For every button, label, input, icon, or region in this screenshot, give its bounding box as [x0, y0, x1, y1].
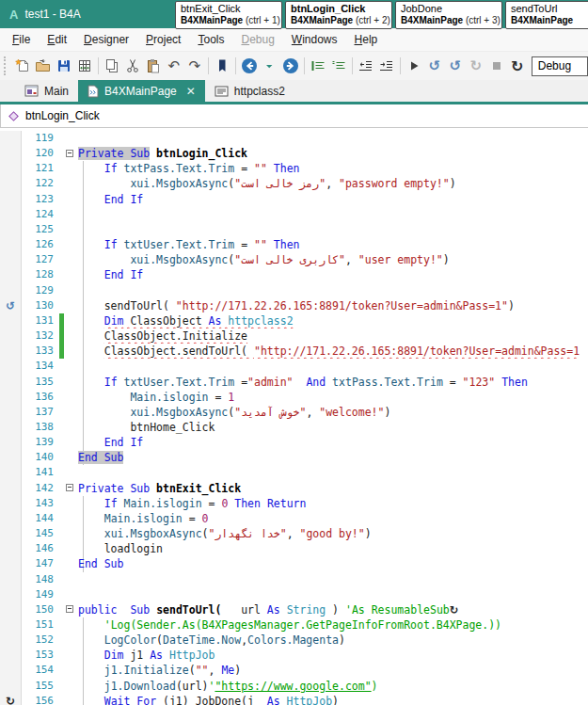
quick-tab-JobDone[interactable]: JobDoneB4XMainPage (ctrl + 3) [395, 1, 502, 29]
breakpoint-margin[interactable] [0, 237, 22, 252]
code-line-137[interactable]: 137 xui.MsgboxAsync("خوش آمدید", "welcom… [0, 405, 588, 420]
menu-project[interactable]: Project [137, 30, 189, 49]
breakpoint-margin[interactable] [0, 602, 22, 617]
bookmark-icon[interactable] [212, 56, 232, 76]
step-over-icon[interactable]: ↺ [445, 56, 466, 76]
breakpoint-margin[interactable] [0, 390, 22, 405]
tab-b4xmainpage[interactable]: B4XMainPage✕ [78, 80, 205, 102]
menu-windows[interactable]: Windows [283, 30, 346, 49]
code-line-128[interactable]: 128 End If [0, 267, 588, 282]
code-line-141[interactable]: 141 [0, 465, 588, 480]
code-line-140[interactable]: 140End Sub [0, 450, 588, 465]
breakpoint-margin[interactable] [0, 496, 22, 511]
code-line-127[interactable]: 127 xui.MsgboxAsync("کاربری خالی است", "… [0, 252, 588, 267]
copy-icon[interactable] [102, 56, 122, 76]
code-line-126[interactable]: 126 If txtUser.Text.Trim = "" Then [0, 237, 588, 252]
breakpoint-margin[interactable] [0, 252, 22, 267]
indent-icon[interactable] [376, 56, 397, 76]
code-editor[interactable]: 119120Private Sub btnLogin_Click121 If t… [0, 128, 588, 705]
breakpoint-margin[interactable] [0, 481, 22, 496]
code-line-125[interactable]: 125 [0, 222, 588, 237]
breakpoint-margin[interactable] [0, 176, 22, 191]
resume-marker-icon[interactable]: ↻ [0, 694, 22, 705]
breakpoint-margin[interactable] [0, 146, 22, 161]
code-line-120[interactable]: 120Private Sub btnLogin_Click [0, 146, 588, 161]
step-marker-icon[interactable]: ↺ [0, 298, 22, 313]
code-line-123[interactable]: 123 End If [0, 192, 588, 207]
code-line-119[interactable]: 119 [0, 131, 588, 146]
menu-help[interactable]: Help [346, 30, 387, 49]
fold-collapse-box[interactable] [64, 146, 78, 161]
code-line-145[interactable]: 145 xui.MsgboxAsync("خدا نگهدار", "good … [0, 526, 588, 541]
restart-icon[interactable]: ↻ [507, 56, 528, 76]
redo-icon[interactable]: ↷ [184, 56, 205, 76]
code-line-121[interactable]: 121 If txtPass.Text.Trim = "" Then [0, 161, 588, 176]
back-icon[interactable] [239, 56, 260, 76]
code-line-133[interactable]: 133 ClassObject.sendToUrl( "http://171.2… [0, 344, 588, 359]
fold-collapse-box[interactable] [64, 481, 78, 496]
code-line-150[interactable]: 150public Sub sendToUrl( url As String )… [0, 602, 588, 617]
quick-tab-btnLogin_Click[interactable]: btnLogin_ClickB4XMainPage (ctrl + 2) [285, 1, 392, 29]
code-line-149[interactable]: 149 [0, 587, 588, 602]
build-configuration-select[interactable]: Debug [532, 56, 588, 76]
breakpoint-margin[interactable] [0, 663, 22, 678]
menu-edit[interactable]: Edit [39, 30, 75, 49]
run-icon[interactable] [404, 56, 424, 76]
comment-icon[interactable] [308, 56, 328, 76]
breakpoint-margin[interactable] [0, 679, 22, 694]
step-out-icon[interactable]: ↻ [466, 56, 486, 76]
code-line-131[interactable]: 131 Dim ClassObject As httpclass2 [0, 313, 588, 328]
code-line-124[interactable]: 124 [0, 207, 588, 222]
breakpoint-margin[interactable] [0, 420, 22, 435]
breakpoint-margin[interactable] [0, 161, 22, 176]
code-line-153[interactable]: 153 Dim j1 As HttpJob [0, 648, 588, 663]
breakpoint-margin[interactable] [0, 192, 22, 207]
code-line-136[interactable]: 136 Main.islogin = 1 [0, 390, 588, 405]
code-line-144[interactable]: 144 Main.islogin = 0 [0, 511, 588, 526]
close-tab-icon[interactable]: ✕ [186, 85, 196, 98]
code-line-143[interactable]: 143 If Main.islogin = 0 Then Return [0, 496, 588, 511]
code-line-134[interactable]: 134 [0, 359, 588, 374]
breakpoint-margin[interactable] [0, 405, 22, 420]
modules-icon[interactable] [74, 56, 95, 76]
code-line-156[interactable]: ↻156 Wait For (j1) JobDone(j As HttpJob) [0, 694, 588, 705]
code-line-147[interactable]: 147End Sub [0, 556, 588, 571]
fold-collapse-box[interactable] [64, 602, 78, 617]
cut-icon[interactable] [122, 56, 143, 76]
breakpoint-margin[interactable] [0, 556, 22, 571]
code-line-148[interactable]: 148 [0, 572, 588, 587]
breakpoint-margin[interactable] [0, 617, 22, 633]
breakpoint-margin[interactable] [0, 450, 22, 465]
breakpoint-margin[interactable] [0, 313, 22, 328]
quick-tab-sendToUrl[interactable]: sendToUrlB4XMainPage [505, 1, 588, 29]
breakpoint-margin[interactable] [0, 328, 22, 344]
undo-icon[interactable]: ↶ [164, 56, 184, 76]
code-line-151[interactable]: 151 'Log(Sender.As(B4XPagesManager.GetPa… [0, 617, 588, 633]
code-line-146[interactable]: 146 loadlogin [0, 541, 588, 556]
new-icon[interactable] [12, 56, 33, 76]
uncomment-icon[interactable] [328, 56, 349, 76]
back-dropdown-icon[interactable] [260, 56, 280, 76]
code-line-132[interactable]: 132 ClassObject.Initialize [0, 328, 588, 344]
breakpoint-margin[interactable] [0, 283, 22, 298]
stop-icon[interactable] [486, 56, 507, 76]
breakpoint-margin[interactable] [0, 207, 22, 222]
code-line-122[interactable]: 122 xui.MsgboxAsync("رمز خالی است", "pas… [0, 176, 588, 191]
sub-navigator-bar[interactable]: btnLogin_Click [0, 104, 588, 128]
breakpoint-margin[interactable] [0, 375, 22, 390]
breakpoint-margin[interactable] [0, 131, 22, 146]
quick-tab-btnExit_Click[interactable]: btnExit_ClickB4XMainPage (ctrl + 1) [175, 1, 282, 29]
breakpoint-margin[interactable] [0, 633, 22, 648]
menu-designer[interactable]: Designer [75, 30, 137, 49]
code-line-142[interactable]: 142Private Sub btnExit_Click [0, 481, 588, 496]
breakpoint-margin[interactable] [0, 541, 22, 556]
code-line-155[interactable]: 155 j1.Download(url)'"https://www.google… [0, 679, 588, 694]
outdent-icon[interactable] [356, 56, 376, 76]
code-line-139[interactable]: 139 End If [0, 435, 588, 450]
breakpoint-margin[interactable] [0, 526, 22, 541]
code-line-130[interactable]: ↺130 sendToUrl( "http://171.22.26.165:88… [0, 298, 588, 313]
breakpoint-margin[interactable] [0, 648, 22, 663]
breakpoint-margin[interactable] [0, 435, 22, 450]
code-line-135[interactable]: 135 If txtUser.Text.Trim ="admin" And tx… [0, 375, 588, 390]
tab-main[interactable]: Main [15, 80, 78, 102]
